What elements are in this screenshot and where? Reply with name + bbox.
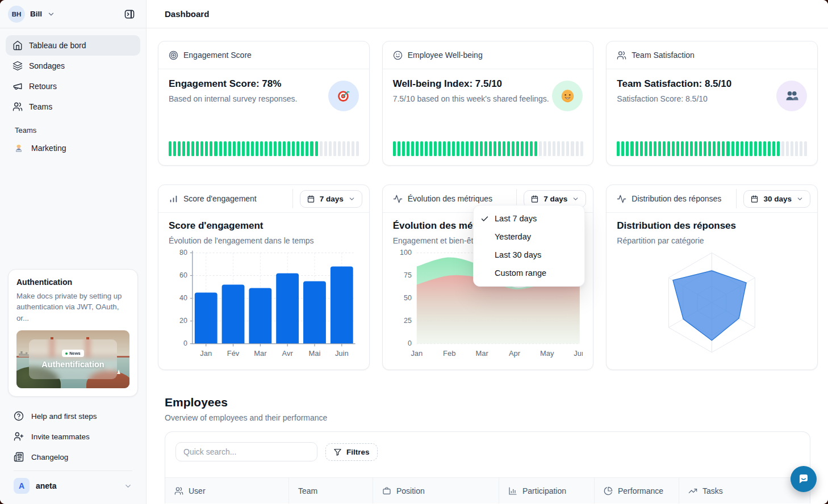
sidebar-item-retours[interactable]: Retours [6, 76, 140, 96]
employees-title: Employees [165, 396, 810, 409]
progress-segment [498, 141, 501, 156]
svg-text:Juin: Juin [335, 350, 349, 358]
progress-segment [210, 141, 212, 156]
progress-segment [402, 141, 405, 156]
progress-segment [320, 141, 323, 156]
engagement-progress-bar [169, 141, 359, 156]
progress-segment [178, 141, 181, 156]
column-header-team[interactable]: Team [289, 478, 373, 503]
filters-button[interactable]: Filtres [325, 443, 378, 461]
newspaper-icon [14, 452, 24, 462]
sidebar-collapse-button[interactable] [121, 6, 138, 23]
progress-segment [269, 141, 272, 156]
page-title: Dashboard [165, 9, 209, 19]
svg-text:Mar: Mar [254, 350, 266, 358]
progress-segment [416, 141, 419, 156]
column-header-label: Team [298, 486, 317, 495]
chevron-down-icon [572, 195, 579, 203]
sidebar-divider [14, 471, 132, 471]
menu-item-label: Last 30 days [495, 250, 541, 259]
column-header-position[interactable]: Position [373, 478, 499, 503]
column-header-participation[interactable]: Participation [499, 478, 595, 503]
account-name: aneta [36, 481, 57, 490]
two-people-emoji [776, 81, 807, 111]
progress-segment [685, 141, 688, 156]
progress-segment [768, 141, 771, 156]
svg-text:Avr: Avr [282, 350, 293, 358]
progress-segment [754, 141, 757, 156]
sidebar-item-teams[interactable]: Teams [6, 96, 140, 117]
date-range-menu: Last 7 days Yesterday Last 30 days Custo… [473, 205, 585, 287]
account-avatar: A [14, 478, 30, 494]
svg-text:May: May [540, 350, 554, 358]
progress-segment [543, 141, 546, 156]
svg-text:75: 75 [404, 272, 412, 280]
sidebar-item-marketing[interactable]: Marketing [6, 138, 140, 158]
progress-segment [750, 141, 752, 156]
invite-teammates-link[interactable]: Invite teammates [8, 426, 138, 447]
smile-emoji [552, 81, 583, 111]
team-satisfaction-card: Team Satisfaction Team Satisfaction: 8.5… [606, 41, 818, 166]
chart-title: Distribution des réponses [617, 220, 807, 232]
wellbeing-progress-bar [393, 141, 583, 156]
date-range-button[interactable]: 30 days [743, 190, 810, 208]
date-range-button[interactable]: 7 days [300, 190, 362, 208]
progress-segment [173, 141, 176, 156]
column-header-user[interactable]: User [165, 478, 289, 503]
help-and-first-steps-link[interactable]: Help and first steps [8, 406, 138, 426]
target-icon [169, 51, 178, 60]
progress-segment [200, 141, 203, 156]
sidebar-item-label: Teams [29, 102, 52, 111]
responses-radar-chart [617, 246, 807, 362]
column-header-label: Tasks [702, 486, 723, 495]
progress-segment [329, 141, 332, 156]
column-header-label: Position [396, 486, 425, 495]
progress-segment [342, 141, 345, 156]
progress-segment [731, 141, 734, 156]
card-header-label: Distribution des réponses [632, 194, 721, 203]
chevron-down-icon [124, 482, 132, 490]
progress-segment [521, 141, 524, 156]
chevron-down-icon [796, 195, 804, 203]
employees-table-card: Filtres User Team Position [165, 431, 810, 503]
menu-item-last-30-days[interactable]: Last 30 days [474, 246, 584, 264]
menu-item-yesterday[interactable]: Yesterday [474, 228, 584, 246]
workspace-switcher[interactable]: BH Bill [0, 0, 146, 28]
progress-segment [310, 141, 313, 156]
progress-segment [283, 141, 286, 156]
progress-segment [292, 141, 295, 156]
workspace-avatar: BH [8, 6, 25, 23]
card-header: Employee Well-being [383, 41, 593, 69]
changelog-link[interactable]: Changelog [8, 447, 138, 467]
progress-segment [457, 141, 459, 156]
sidebar-item-tableau-de-bord[interactable]: Tableau de bord [6, 35, 140, 56]
progress-segment [672, 141, 675, 156]
progress-segment [681, 141, 684, 156]
card-header: Team Satisfaction [607, 41, 817, 69]
promo-image: News Authentification [16, 330, 129, 388]
account-menu[interactable]: A aneta [8, 473, 138, 501]
progress-segment [301, 141, 304, 156]
svg-text:50: 50 [404, 295, 412, 303]
stat-cards-row: Engagement Score Engagement Score: 78% B… [158, 41, 818, 166]
column-header-performance[interactable]: Performance [595, 478, 679, 503]
quick-search-input[interactable] [175, 442, 317, 461]
card-header-label: Team Satisfaction [632, 51, 695, 60]
menu-item-custom-range[interactable]: Custom range [474, 264, 584, 282]
chat-launcher-button[interactable] [791, 466, 817, 492]
activity-icon [617, 194, 626, 204]
sidebar-item-sondages[interactable]: Sondages [6, 56, 140, 76]
progress-segment [516, 141, 519, 156]
progress-segment [713, 141, 716, 156]
progress-segment [393, 141, 396, 156]
svg-text:Fév: Fév [227, 350, 240, 358]
sidebar-item-label: Retours [29, 82, 57, 91]
promo-card-authentication[interactable]: Authentication Make docs private by sett… [8, 269, 138, 397]
card-header: Engagement Score [158, 41, 369, 69]
progress-segment [214, 141, 217, 156]
progress-segment [530, 141, 533, 156]
menu-item-last-7-days[interactable]: Last 7 days [474, 209, 584, 228]
card-body: Distribution des réponses Répartition pa… [607, 213, 817, 369]
progress-segment [489, 141, 492, 156]
satisfaction-progress-bar [617, 141, 807, 156]
